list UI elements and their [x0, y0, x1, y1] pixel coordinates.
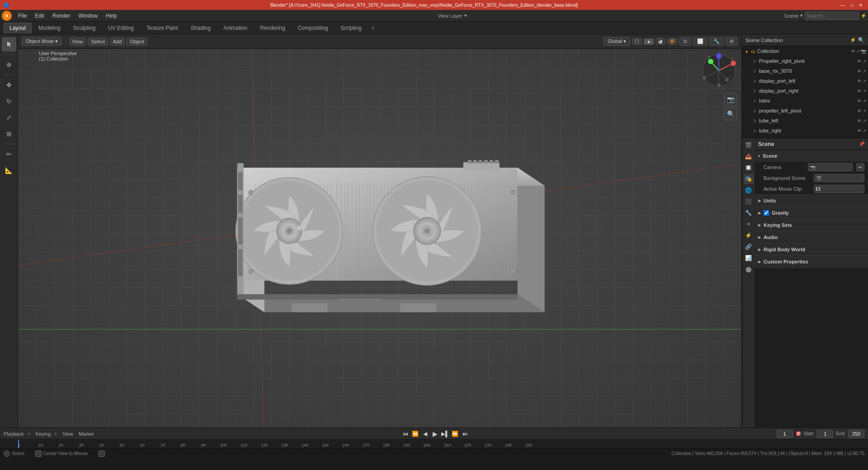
viewport-shading-solid[interactable]: ●	[644, 38, 654, 45]
prop-tab-view-layer[interactable]: 🔲	[744, 163, 754, 173]
tab-compositing[interactable]: Compositing	[292, 23, 334, 33]
tab-animation[interactable]: Animation	[217, 23, 253, 33]
current-frame-input[interactable]: 1	[777, 430, 793, 438]
prop-tab-material[interactable]: ⬤	[744, 264, 754, 274]
proportional-edit[interactable]: ⊘	[726, 37, 738, 46]
tool-transform[interactable]: ⊞	[2, 127, 16, 141]
filter-icon[interactable]: ⚡	[861, 13, 866, 18]
camera-view-btn[interactable]: 📷	[724, 93, 737, 106]
item-vis-5[interactable]: 👁	[857, 99, 862, 103]
outliner-item-hdmi[interactable]: ▷ hdmi 👁 ↗	[742, 96, 868, 106]
search-btn[interactable]: 🔍	[724, 108, 737, 120]
camera-edit-btn[interactable]: ✏	[856, 163, 864, 171]
audio-section-header[interactable]: ▶ Audio	[755, 231, 868, 243]
tool-cursor[interactable]: ⊕	[2, 57, 16, 72]
overlay-toggle[interactable]: ⊙	[679, 37, 691, 46]
prop-tab-data[interactable]: 📊	[744, 253, 754, 263]
tab-sculpting[interactable]: Sculpting	[67, 23, 101, 33]
item-vis-1[interactable]: 👁	[857, 59, 862, 64]
outliner-item-base[interactable]: ▷ base_rtx_3070 👁 ↗	[742, 66, 868, 76]
header-mode-dropdown[interactable]: ▾	[464, 13, 467, 19]
jump-prev-btn[interactable]: ⏪	[411, 430, 420, 438]
add-menu[interactable]: Add	[110, 38, 125, 46]
tab-uv-editing[interactable]: UV Editing	[102, 23, 140, 33]
item-vis-2[interactable]: 👁	[857, 69, 862, 74]
tool-rotate[interactable]: ↻	[2, 94, 16, 108]
item-vis-3[interactable]: 👁	[857, 79, 862, 84]
viewport-shading-wire[interactable]: ⬡	[632, 38, 642, 45]
tab-shading[interactable]: Shading	[185, 23, 217, 33]
active-clip-value[interactable]: 🎞	[814, 185, 865, 193]
outliner-collection[interactable]: ▸ 🗂 Collection 👁 ↗ 📷	[742, 46, 868, 56]
playback-menu[interactable]: Playback	[4, 431, 24, 437]
item-vis-7[interactable]: 👁	[857, 118, 862, 123]
item-vis-8[interactable]: 👁	[857, 128, 862, 133]
keying-menu[interactable]: Keying	[36, 431, 51, 437]
menu-file[interactable]: File	[14, 12, 30, 20]
step-next-btn[interactable]: ▶▌	[441, 430, 449, 438]
maximize-button[interactable]: □	[848, 1, 855, 9]
object-menu[interactable]: Object	[127, 38, 147, 46]
menu-render[interactable]: Render	[49, 12, 74, 20]
search-input[interactable]	[805, 12, 859, 20]
custom-props-header[interactable]: ▶ Custom Properties	[755, 256, 868, 268]
keying-sets-header[interactable]: ▶ Keying Sets	[755, 219, 868, 231]
item-cam-8[interactable]: ↗	[863, 128, 866, 133]
prop-tab-scene[interactable]: 🎭	[744, 174, 754, 184]
outliner-item-propeller-right[interactable]: ▷ Propeller_right_pivot 👁 ↗	[742, 56, 868, 66]
navigation-gizmo[interactable]: X Y Z	[701, 52, 737, 89]
minimize-button[interactable]: —	[839, 1, 846, 9]
global-local-toggle[interactable]: Global ▾	[604, 37, 630, 46]
marker-menu[interactable]: Marker	[79, 431, 94, 437]
play-btn[interactable]: ▶	[431, 430, 439, 438]
snap-toggle[interactable]: 🔧	[709, 37, 724, 46]
item-cam-6[interactable]: ↗	[863, 108, 866, 113]
prop-tab-object[interactable]: ⬛	[744, 197, 754, 207]
menu-help[interactable]: Help	[102, 12, 121, 20]
tab-texture-paint[interactable]: Texture Paint	[141, 23, 184, 33]
tab-scripting[interactable]: Scripting	[335, 23, 368, 33]
prop-tab-render[interactable]: 🎬	[744, 140, 754, 150]
xray-toggle[interactable]: ⬜	[693, 37, 708, 46]
gravity-section-header[interactable]: ▶ Gravity	[755, 207, 868, 219]
scene-section-header[interactable]: ▾ Scene	[755, 150, 868, 162]
item-cam-5[interactable]: ↗	[863, 99, 866, 103]
tool-measure[interactable]: 📐	[2, 163, 16, 178]
end-frame-input[interactable]: 250	[848, 430, 864, 438]
tab-layout[interactable]: Layout	[4, 23, 32, 33]
bg-scene-value[interactable]: 🎬	[814, 174, 865, 182]
scene-dropdown[interactable]: ▾	[800, 13, 803, 19]
prop-tab-particles[interactable]: ✦	[744, 219, 754, 229]
view-menu[interactable]: View	[62, 431, 73, 437]
tool-move[interactable]: ✥	[2, 78, 16, 92]
prop-tab-world[interactable]: 🌐	[744, 185, 754, 195]
prop-tab-modifier[interactable]: 🔧	[744, 208, 754, 218]
viewport-shading-rendered[interactable]: 🔆	[667, 38, 677, 45]
outliner-item-display-left[interactable]: ▷ display_port_left 👁 ↗	[742, 76, 868, 86]
outliner-filter-icon[interactable]: ⚡	[850, 37, 856, 43]
item-cam-1[interactable]: ↗	[863, 59, 866, 64]
prop-tab-output[interactable]: 📤	[744, 151, 754, 161]
item-cam-4[interactable]: ↗	[863, 89, 866, 94]
props-pin[interactable]: 📌	[859, 141, 864, 146]
item-cam-3[interactable]: ↗	[863, 79, 866, 84]
close-button[interactable]: ✕	[857, 1, 864, 9]
select-menu[interactable]: Select	[88, 38, 108, 46]
jump-start-btn[interactable]: ⏮	[401, 430, 410, 438]
view-menu[interactable]: View	[69, 38, 86, 46]
gravity-checkbox[interactable]	[764, 210, 769, 216]
item-cam-2[interactable]: ↗	[863, 69, 866, 74]
tool-scale[interactable]: ⤢	[2, 110, 16, 125]
jump-next-btn[interactable]: ⏩	[451, 430, 459, 438]
tool-select[interactable]	[2, 37, 16, 52]
outliner-item-display-right[interactable]: ▷ display_port_right 👁 ↗	[742, 86, 868, 96]
collection-vis[interactable]: 👁	[851, 49, 855, 54]
menu-edit[interactable]: Edit	[31, 12, 48, 20]
viewport-3d[interactable]: Object Mode ▾ | View Select Add Object G…	[18, 34, 741, 428]
rigid-body-header[interactable]: ▶ Rigid Body World	[755, 244, 868, 255]
item-cam-7[interactable]: ↗	[863, 118, 866, 123]
prop-tab-physics[interactable]: ⚡	[744, 230, 754, 240]
tab-modeling[interactable]: Modeling	[33, 23, 66, 33]
prop-tab-constraint[interactable]: 🔗	[744, 242, 754, 252]
outliner-item-tube-left[interactable]: ▷ tube_left 👁 ↗	[742, 116, 868, 126]
